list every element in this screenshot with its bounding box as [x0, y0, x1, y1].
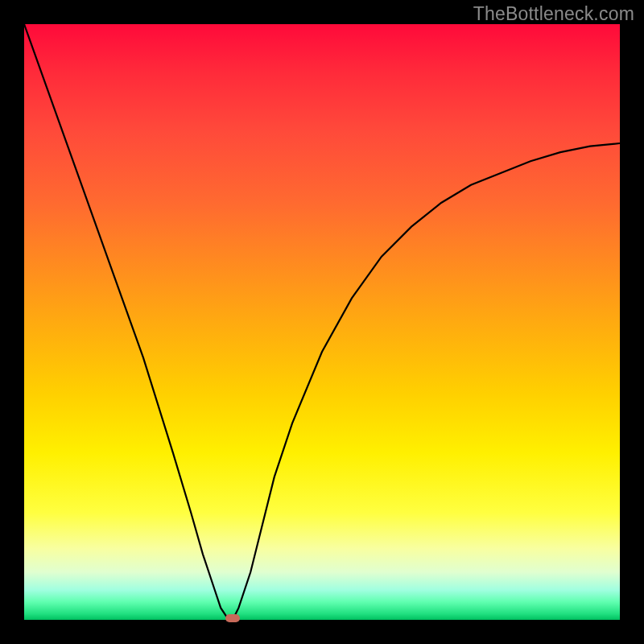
bottleneck-line-chart — [24, 24, 620, 620]
bottleneck-curve-path — [24, 24, 620, 620]
optimal-point-marker — [225, 614, 240, 622]
watermark-text: TheBottleneck.com — [473, 3, 634, 25]
